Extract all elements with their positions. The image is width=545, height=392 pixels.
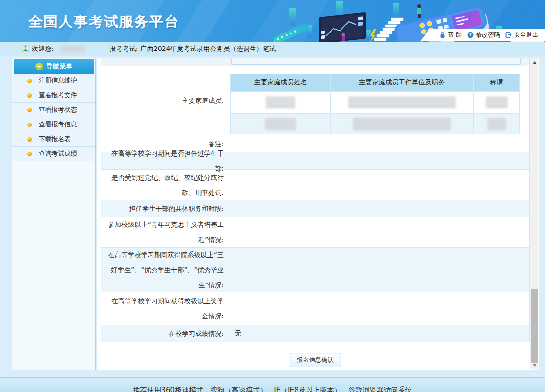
browser-recommendation-text: 推荐使用360极速模式、搜狗（高速模式）、IE（IE8及以上版本）、谷歌浏览器访…	[0, 386, 545, 392]
partial-inner-table-row	[231, 58, 521, 65]
family-table-header: 主要家庭成员姓名 主要家庭成员工作单位及职务 称谓	[231, 74, 519, 91]
redacted-family-name	[265, 118, 296, 130]
page-title: 全国人事考试服务平台	[28, 12, 179, 32]
sidebar-item-download-form[interactable]: 下载报名表	[12, 132, 95, 147]
page-footer: 推荐使用360极速模式、搜狗（高速模式）、IE（IE8及以上版本）、谷歌浏览器访…	[0, 377, 545, 392]
welcome-bar: 欢迎您: 报考考试: 广西2024年度考试录用公务员（选调生）笔试	[0, 42, 545, 56]
family-table-row	[231, 113, 519, 134]
lock-icon	[439, 32, 446, 38]
form-row-label: 主要家庭成员:	[101, 66, 230, 135]
welcome-label: 欢迎您:	[32, 45, 54, 53]
redacted-family-relation	[486, 96, 508, 108]
dot-icon	[27, 108, 32, 112]
scrollbar-down-arrow[interactable]	[530, 361, 538, 369]
app-header: 全国人事考试服务平台 帮 助 ? 修改密码 安全退出	[0, 0, 545, 42]
form-row-student-cadre: 在高等学校学习期间是否担任过学生干部:	[101, 152, 529, 170]
dot-icon	[27, 79, 32, 83]
application-form-table: 主要家庭成员: 主要家庭成员姓名 主要家庭成员工作单位及职务 称谓	[101, 58, 530, 342]
header-action-bar: 帮 助 ? 修改密码 安全退出	[420, 29, 545, 41]
family-table-row	[231, 91, 519, 113]
help-button[interactable]: 帮 助	[439, 31, 462, 39]
form-row-partial	[101, 58, 529, 66]
form-row-academic-record: 在校学习成绩情况: 无	[101, 325, 529, 342]
form-row-scholarship: 在高等学校学习期间获得校级以上奖学金情况:	[101, 292, 529, 325]
main-content-panel: 主要家庭成员: 主要家庭成员姓名 主要家庭成员工作单位及职务 称谓	[97, 58, 539, 370]
family-col-name: 主要家庭成员姓名	[231, 74, 331, 91]
exam-info: 报考考试: 广西2024年度考试录用公务员（选调生）笔试	[110, 45, 276, 53]
dot-icon	[27, 93, 32, 98]
vertical-scrollbar[interactable]	[530, 58, 538, 369]
family-col-workplace: 主要家庭成员工作单位及职务	[331, 74, 474, 91]
nav-header-label: 导航菜单	[46, 62, 73, 71]
chevron-down-circle-icon	[35, 63, 43, 70]
dot-icon	[27, 137, 32, 142]
form-row-honors: 在高等学校学习期间获得院系级以上“三好学生”、“优秀学生干部”、“优秀毕业生”情…	[101, 248, 529, 292]
sidebar: 导航菜单 注册信息维护 查看报考文件 查看报考状态 查看报考信息 下载报名表 查…	[12, 58, 96, 370]
sidebar-nav-header[interactable]: 导航菜单	[14, 59, 94, 74]
dot-icon	[27, 152, 32, 156]
redacted-family-relation	[487, 118, 506, 130]
exit-icon	[505, 32, 512, 38]
scrollbar-thumb[interactable]	[531, 289, 538, 363]
sidebar-item-exam-documents[interactable]: 查看报考文件	[12, 88, 95, 103]
change-password-button[interactable]: ? 修改密码	[467, 31, 500, 39]
redacted-family-workplace	[353, 117, 451, 131]
redacted-family-workplace	[348, 96, 456, 108]
confirm-button-area: 报名信息确认	[101, 353, 530, 367]
svg-text:?: ?	[469, 33, 471, 37]
sidebar-item-exam-info[interactable]: 查看报考信息	[12, 117, 95, 132]
confirm-registration-button[interactable]: 报名信息确认	[290, 353, 341, 367]
form-row-family: 主要家庭成员: 主要家庭成员姓名 主要家庭成员工作单位及职务 称谓	[101, 66, 529, 135]
redacted-family-name	[266, 96, 295, 108]
form-row-cadre-positions: 担任学生干部的具体职务和时段:	[101, 200, 529, 217]
redacted-user-name	[60, 46, 85, 52]
family-members-table: 主要家庭成员姓名 主要家庭成员工作单位及职务 称谓	[230, 74, 520, 134]
logout-button[interactable]: 安全退出	[505, 31, 538, 39]
sidebar-item-registration-info[interactable]: 注册信息维护	[12, 74, 95, 88]
sidebar-item-exam-results[interactable]: 查询考试成绩	[12, 147, 95, 161]
family-col-relation: 称谓	[474, 74, 519, 91]
form-row-discipline: 是否受到过党纪、政纪、校纪处分或行政、刑事处罚:	[101, 170, 529, 200]
form-row-marxist-program: 参加校级以上“青年马克思主义者培养工程”情况:	[101, 217, 529, 248]
dot-icon	[27, 123, 32, 127]
user-avatar-icon	[22, 45, 29, 54]
sidebar-item-exam-status[interactable]: 查看报考状态	[12, 103, 95, 117]
question-circle-icon: ?	[467, 32, 474, 38]
scrollbar-up-arrow[interactable]	[530, 58, 538, 67]
header-decor-stripe	[170, 0, 236, 42]
page: 全国人事考试服务平台 帮 助 ? 修改密码 安全退出	[0, 0, 545, 392]
